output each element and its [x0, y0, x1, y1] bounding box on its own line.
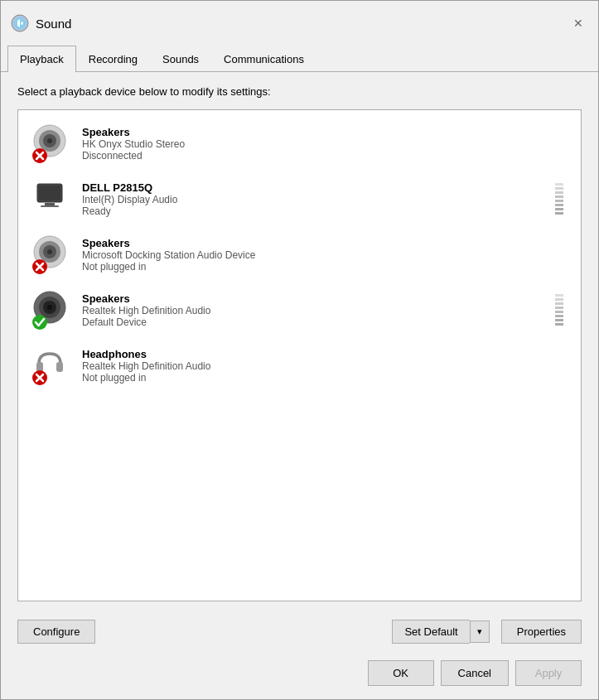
device-status-dell: Ready — [82, 205, 548, 217]
svg-point-25 — [32, 315, 47, 330]
close-button[interactable]: ✕ — [568, 13, 588, 33]
device-item-speakers-hk[interactable]: Speakers HK Onyx Studio Stereo Disconnec… — [23, 116, 576, 171]
level-indicator-dell — [555, 183, 567, 215]
device-name-speakers-hk: Speakers — [82, 126, 567, 138]
window-title: Sound — [36, 17, 568, 31]
svg-point-24 — [47, 305, 52, 310]
device-info-speakers-realtek: Speakers Realtek High Definition Audio D… — [82, 292, 548, 328]
device-name-headphones: Headphones — [82, 348, 567, 360]
device-status-headphones: Not plugged in — [82, 372, 567, 384]
device-name-dell: DELL P2815Q — [82, 181, 548, 194]
device-icon-speakers-hk — [32, 123, 72, 163]
level-indicator-realtek — [555, 294, 567, 326]
device-item-speakers-ms[interactable]: Speakers Microsoft Docking Station Audio… — [23, 227, 576, 282]
device-name-speakers-ms: Speakers — [82, 237, 567, 249]
tab-communications[interactable]: Communications — [211, 46, 316, 72]
configure-button[interactable]: Configure — [17, 620, 95, 644]
dialog-buttons: OK Cancel Apply — [1, 652, 598, 699]
cancel-button[interactable]: Cancel — [441, 660, 509, 686]
set-default-arrow-button[interactable]: ▾ — [470, 620, 490, 643]
device-info-speakers-ms: Speakers Microsoft Docking Station Audio… — [82, 237, 567, 273]
content-area: Select a playback device below to modify… — [1, 72, 598, 611]
tab-sounds[interactable]: Sounds — [150, 46, 211, 72]
set-default-button[interactable]: Set Default — [392, 620, 469, 644]
svg-rect-12 — [45, 203, 55, 205]
badge-default-realtek — [32, 315, 47, 330]
sound-dialog: Sound ✕ Playback Recording Sounds Commun… — [0, 0, 599, 700]
apply-button[interactable]: Apply — [515, 660, 582, 686]
device-desc-speakers-ms: Microsoft Docking Station Audio Device — [82, 249, 567, 261]
device-info-speakers-hk: Speakers HK Onyx Studio Stereo Disconnec… — [82, 126, 567, 162]
device-item-dell[interactable]: DELL P2815Q Intel(R) Display Audio Ready — [23, 171, 576, 226]
device-action-buttons: Configure Set Default ▾ Properties — [1, 611, 598, 652]
device-icon-dell — [32, 179, 72, 219]
properties-button[interactable]: Properties — [501, 620, 582, 644]
device-desc-dell: Intel(R) Display Audio — [82, 194, 548, 205]
device-icon-speakers-realtek — [32, 290, 72, 330]
set-default-group: Set Default ▾ — [392, 620, 489, 644]
device-status-speakers-ms: Not plugged in — [82, 261, 567, 273]
svg-point-17 — [47, 249, 52, 254]
device-info-headphones: Headphones Realtek High Definition Audio… — [82, 348, 567, 384]
badge-not-plugged-headphones — [32, 370, 47, 385]
badge-disconnected-hk — [32, 148, 47, 163]
device-info-dell: DELL P2815Q Intel(R) Display Audio Ready — [82, 181, 548, 217]
svg-rect-13 — [41, 205, 59, 207]
ok-button[interactable]: OK — [368, 660, 434, 686]
svg-rect-2 — [21, 22, 23, 25]
instruction-text: Select a playback device below to modify… — [17, 85, 582, 98]
device-status-speakers-realtek: Default Device — [82, 316, 548, 328]
sound-icon — [11, 14, 29, 32]
device-list: Speakers HK Onyx Studio Stereo Disconnec… — [17, 109, 582, 601]
tab-playback[interactable]: Playback — [7, 46, 76, 72]
svg-point-6 — [47, 138, 52, 143]
svg-rect-11 — [39, 186, 60, 200]
device-name-speakers-realtek: Speakers — [82, 292, 548, 305]
tab-recording[interactable]: Recording — [76, 46, 150, 72]
badge-not-plugged-ms — [32, 259, 47, 274]
device-icon-speakers-ms — [32, 234, 72, 274]
device-icon-headphones — [32, 345, 72, 385]
device-item-headphones[interactable]: Headphones Realtek High Definition Audio… — [23, 338, 576, 393]
device-desc-speakers-realtek: Realtek High Definition Audio — [82, 305, 548, 316]
device-desc-headphones: Realtek High Definition Audio — [82, 360, 567, 372]
device-item-speakers-realtek[interactable]: Speakers Realtek High Definition Audio D… — [23, 282, 576, 337]
title-bar: Sound ✕ — [1, 1, 598, 46]
device-status-speakers-hk: Disconnected — [82, 150, 567, 162]
device-desc-speakers-hk: HK Onyx Studio Stereo — [82, 138, 567, 150]
svg-rect-27 — [56, 362, 63, 372]
tabs-bar: Playback Recording Sounds Communications — [1, 46, 598, 72]
